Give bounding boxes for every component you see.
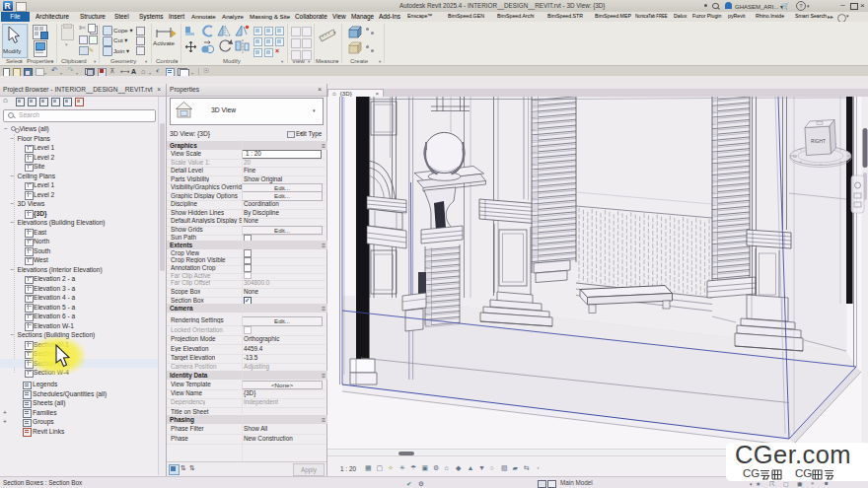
svg-text:RIGHT: RIGHT xyxy=(811,139,826,144)
svg-text:W: W xyxy=(793,154,797,159)
